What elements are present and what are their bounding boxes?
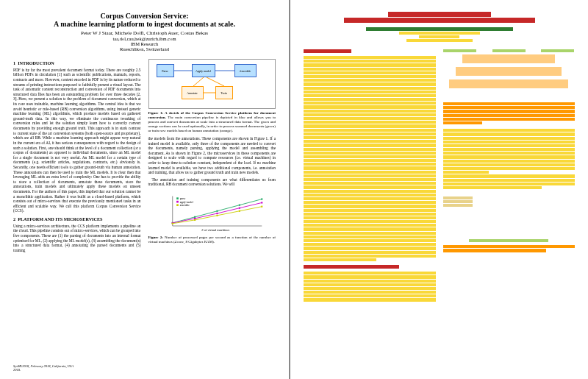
overlay-section-heading [304,265,399,269]
column-right: Parse Apply model Assemble Annotate Trai… [148,57,276,255]
overlay-text-line [304,220,436,223]
footer-venue: SysML2018, February 2018, California, US… [13,364,74,372]
emails-line: taa,dol,cau,bek@zurich.ibm.com [13,36,276,41]
overlay-text-line [304,129,436,132]
svg-rect-11 [261,199,262,200]
svg-rect-16 [261,202,262,203]
overlay-text-line [304,182,436,185]
overlay-text-line [304,159,436,162]
overlay-email-bar [399,32,480,35]
overlay-text-line [304,82,436,85]
overlay-title-bar-1 [388,12,491,17]
overlay-text-line [304,178,436,181]
overlay-text-line [443,137,576,140]
overlay-text-line [443,152,576,155]
overlay-text-line [304,247,436,249]
fig2-caption-bold: Figure 2: [148,235,163,239]
overlay-text-line [304,163,436,166]
overlay-text-line [304,216,436,219]
svg-text:apply-model: apply-model [179,201,193,204]
section-title: INTRODUCTION [18,60,54,65]
overlay-text-line [443,183,576,185]
arrows-icon [149,60,276,108]
overlay-text-line [443,118,576,121]
overlay-section-heading [304,49,351,53]
overlay-text-line [304,190,436,193]
overlay-text-line [304,148,436,151]
section-2-heading: 2 PLATFORM AND ITS MICROSERVICES [13,216,141,222]
overlay-text-line [304,224,436,227]
fig2-caption-rest: Number of processed pages per second as … [148,235,276,244]
overlay-text-line [304,91,436,93]
svg-text:assemble: assemble [179,204,190,207]
overlay-caption-line [443,245,576,248]
overlay-text-line [304,194,436,196]
overlay-text-line [304,213,436,216]
svg-rect-22 [176,197,179,199]
section-title: PLATFORM AND ITS MICROSERVICES [18,216,102,222]
section-1-heading: 1 INTRODUCTION [13,60,141,66]
overlay-text-line [304,68,436,71]
overlay-text-line [304,98,436,101]
overlay-text-line [304,197,436,200]
overlay-affil-bar-1 [419,35,459,38]
overlay-columns [304,49,575,302]
intro-paragraph: PDF is by far the most prevalent documen… [13,68,141,213]
svg-rect-20 [238,210,240,212]
overlay-text-line [443,179,576,182]
overlay-text-line [304,117,436,120]
overlay-text-line [304,227,436,230]
affiliation-2: Rueschlikon, Switzerland [13,46,276,52]
svg-rect-21 [261,206,262,208]
authors-line: Peter W J Staar, Michele Dolfi, Christop… [13,30,276,36]
overlay-text-line [304,56,436,59]
overlay-text-line [443,132,576,135]
overlay-text-line [304,87,436,90]
overlay-text-line [304,239,436,242]
overlay-text-line [304,155,436,158]
svg-rect-26 [176,204,179,206]
overlay-text-line [304,185,436,188]
overlay-text-line [304,298,436,301]
overlay-text-line [443,171,490,174]
col2-para2: The annotation and training components a… [148,177,276,187]
overlay-text-line [304,174,436,177]
overlay-text-line [443,102,576,105]
overlay-text-line [304,121,436,124]
overlay-text-line [443,163,576,166]
svg-rect-19 [216,215,218,216]
section2-paragraph: Using a micro-services architecture, the… [13,224,141,253]
svg-rect-24 [176,201,179,203]
svg-rect-14 [216,213,218,214]
overlay-text-line [304,283,436,286]
overlay-text-line [304,291,436,294]
overlay-text-line [443,160,576,163]
paper-title-line2: A machine learning platform to ingest do… [13,20,276,28]
svg-line-4 [207,77,224,86]
overlay-text-line [443,186,542,189]
overlay-text-line [443,174,576,177]
overlay-figure-area [443,49,576,99]
affiliation-1: IBM Research [13,41,276,46]
title-block: Corpus Conversion Service: A machine lea… [13,12,276,52]
section-num: 1 [13,60,15,65]
overlay-text-line [304,294,436,297]
column-left: 1 INTRODUCTION PDF is by far the most pr… [13,57,141,255]
overlay-col-right [443,49,576,302]
overlay-text-line [304,105,436,108]
overlay-text-line [443,148,576,151]
overlay-caption-line [443,249,546,252]
xlabel: # of virtual machines [201,228,229,232]
overlay-text-line [304,201,436,204]
overlay-text-line [304,258,376,261]
svg-line-2 [193,77,204,86]
overlay-text-line [304,60,436,63]
overlay-text-line [304,140,436,143]
structure-overlay-page [290,0,588,379]
overlay-text-line [443,110,576,113]
overlay-text-line [304,235,436,238]
figure-1-caption: Figure 1: A sketch of the Corpus Convers… [148,111,276,133]
overlay-text-line [443,106,576,109]
overlay-text-line [443,141,576,144]
svg-rect-18 [194,219,196,221]
